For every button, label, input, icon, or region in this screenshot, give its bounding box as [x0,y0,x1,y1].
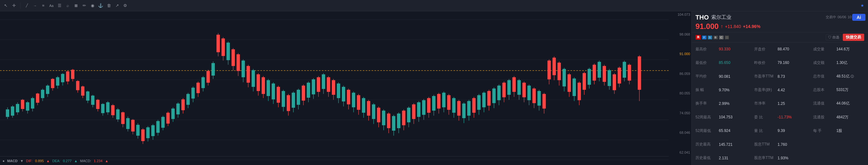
chart-area: 索尔工业 前复权 ▼ ≡ — ⊕ 91.000 104.753 65.924 [0,11,691,165]
eye-icon[interactable]: ◉ [89,2,96,9]
stat-label: 流通值 [813,101,835,106]
stat-label: 振 幅 [695,87,718,93]
stat-amplitude: 振 幅 9.70% [692,84,750,97]
bar-chart-icon[interactable]: ▦ [73,2,79,9]
magnify-icon[interactable]: ⌕ [65,2,71,9]
stat-label: 股息率TTM [754,155,776,161]
stat-label: 每 手 [813,128,835,133]
svg-rect-257 [623,62,626,77]
svg-rect-217 [522,83,526,97]
note-icon[interactable]: ☰ [57,2,63,9]
svg-rect-221 [532,89,536,103]
stat-value: -11.73% [777,115,792,119]
star-icon[interactable]: ★ [859,2,866,9]
svg-rect-155 [367,101,370,116]
svg-rect-139 [327,77,330,92]
svg-rect-161 [382,110,385,125]
svg-rect-211 [507,80,511,95]
y-label-4: 86.059 [670,72,690,75]
svg-rect-191 [457,101,461,116]
svg-rect-175 [417,102,421,117]
share-icon[interactable]: ↗ [114,2,120,9]
pencil-icon[interactable]: ✏ [81,2,87,9]
svg-rect-237 [572,78,576,96]
price-change-pct: +14.96% [743,24,761,29]
stat-label: 成交额 [813,60,835,66]
cursor-icon[interactable]: ↖ [2,2,9,9]
svg-rect-29 [51,79,55,88]
macd-name[interactable]: MACD [7,159,18,163]
stat-label: 市盈率(静) [754,87,776,93]
stat-label: 股息TTM [754,142,776,147]
stat-value: 2.99% [719,101,730,106]
stat-label: 流通股 [813,114,835,120]
macd-dropdown-icon[interactable]: ▼ [20,159,24,163]
stat-lowest-price: 最低价 85.650 [692,56,750,70]
svg-rect-89 [202,77,205,88]
badge-c: C [719,36,724,39]
svg-rect-129 [302,86,305,101]
svg-rect-41 [81,87,85,96]
stat-turnover-rate: 换手率 2.99% [692,97,750,110]
svg-rect-59 [126,118,130,129]
svg-rect-105 [242,61,245,77]
anchor-icon[interactable]: ⚓ [97,2,104,9]
stat-prev-close: 昨收价 79.160 [750,56,809,70]
svg-rect-101 [231,50,235,66]
svg-rect-251 [608,70,611,86]
stat-value: 90.081 [719,74,731,79]
svg-rect-169 [402,110,406,125]
macd-macd-label: MACD: [80,159,91,163]
crosshair-icon[interactable]: ✛ [11,2,17,9]
svg-rect-163 [387,114,391,128]
svg-rect-207 [497,86,501,100]
stock-code: THO [695,14,709,21]
ai-button[interactable]: Ai [852,14,866,21]
svg-rect-241 [583,73,586,90]
svg-rect-185 [442,93,446,107]
stock-price-row: 91.000 ↑ +11.840 +14.96% [695,22,761,31]
svg-rect-231 [558,63,561,80]
stat-label: 最高价 [695,46,718,52]
y-label-2: 98.068 [670,32,690,36]
stat-highest-price: 最高价 93.330 [692,42,750,56]
stat-dividend-ttm: 股息TTM 1.760 [750,138,809,152]
stat-label: 52周最高 [695,114,718,120]
svg-rect-215 [517,80,521,95]
svg-rect-255 [618,68,621,84]
stat-value: 2.131 [719,156,728,160]
svg-rect-81 [181,99,185,110]
settings-icon[interactable]: ⚙ [122,2,128,9]
svg-rect-261 [638,56,641,90]
stat-value: 144.6万 [836,46,850,52]
stat-value: 44.06亿 [836,101,850,106]
svg-rect-55 [116,109,120,119]
stat-empty-2 [809,152,868,165]
stock-name-row: THO 索尔工业 [695,14,761,21]
trend-line-icon[interactable]: ╱ [24,2,30,9]
ray-line-icon[interactable]: → [32,2,38,9]
svg-rect-123 [287,95,290,111]
y-label-8: 62.041 [670,151,690,154]
svg-rect-197 [472,98,476,113]
macd-dif-arrow: ▲ [46,159,50,163]
quick-trade-button[interactable]: 快捷交易 [843,34,864,41]
trash-icon[interactable]: 🗑 [106,2,112,9]
svg-rect-133 [312,79,315,95]
stat-avg-price: 平均价 90.081 [692,70,750,83]
macd-dea-value: 0.277 [63,159,71,163]
macd-circle-icon: ● [2,159,5,163]
stat-label: 历史最高 [695,142,718,147]
selfselect-button[interactable]: ♡ 自选 [826,34,841,40]
stat-value: 1.25 [777,101,785,106]
stat-total-mktcap: 总市值 48.51亿 ⓘ [809,70,868,83]
channel-icon[interactable]: ≋ [40,2,46,9]
stat-value: 1股 [836,128,842,133]
stat-open-price: 开盘价 88.470 [750,42,809,56]
stat-label: 换手率 [695,101,718,106]
svg-rect-57 [121,112,125,124]
svg-rect-61 [131,120,135,132]
svg-rect-11 [6,109,9,117]
text-icon[interactable]: Aa [48,2,55,9]
price-up-arrow: ↑ [720,24,723,29]
